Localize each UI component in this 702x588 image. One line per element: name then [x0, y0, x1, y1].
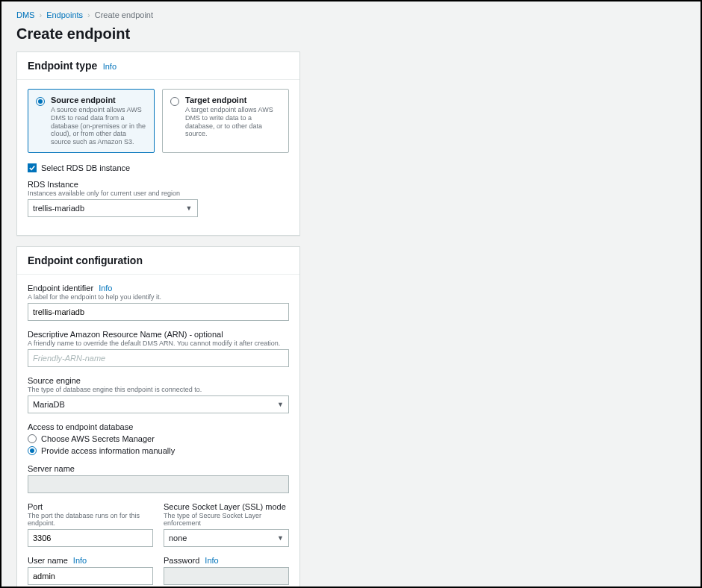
- user-input[interactable]: [28, 567, 153, 585]
- ssl-select[interactable]: none ▼: [164, 529, 289, 547]
- server-label: Server name: [28, 464, 289, 473]
- breadcrumb-dms[interactable]: DMS: [16, 10, 34, 19]
- engine-label: Source engine: [28, 376, 289, 385]
- endpoint-config-heading: Endpoint configuration: [28, 254, 143, 266]
- rds-instance-hint: Instances available only for current use…: [28, 190, 289, 197]
- arn-input[interactable]: [28, 349, 289, 367]
- endpoint-type-panel: Endpoint type Info Source endpoint A sou…: [16, 51, 300, 236]
- port-hint: The port the database runs on for this e…: [28, 512, 153, 527]
- port-label: Port: [28, 502, 153, 511]
- chevron-down-icon: ▼: [186, 204, 193, 212]
- select-rds-checkbox[interactable]: [28, 163, 37, 172]
- target-endpoint-card[interactable]: Target endpoint A target endpoint allows…: [162, 89, 289, 153]
- chevron-down-icon: ▼: [277, 534, 284, 542]
- check-icon: [29, 165, 35, 171]
- radio-icon: [28, 434, 37, 443]
- page-title: Create endpoint: [16, 25, 300, 43]
- radio-icon: [28, 446, 37, 455]
- engine-value: MariaDB: [33, 400, 65, 409]
- source-endpoint-card[interactable]: Source endpoint A source endpoint allows…: [28, 89, 155, 153]
- breadcrumb: DMS › Endpoints › Create endpoint: [16, 10, 300, 19]
- endpoint-type-heading: Endpoint type: [28, 60, 97, 72]
- access-manual-radio[interactable]: Provide access information manually: [28, 446, 289, 455]
- port-input[interactable]: [28, 529, 153, 547]
- user-label: User name: [28, 556, 68, 565]
- chevron-right-icon: ›: [39, 10, 42, 19]
- rds-instance-select[interactable]: trellis-mariadb ▼: [28, 199, 198, 217]
- engine-hint: The type of database engine this endpoin…: [28, 386, 289, 393]
- target-endpoint-title: Target endpoint: [185, 96, 281, 104]
- ssl-label: Secure Socket Layer (SSL) mode: [164, 502, 289, 511]
- source-endpoint-desc: A source endpoint allows AWS DMS to read…: [51, 106, 146, 146]
- identifier-label: Endpoint identifier: [28, 284, 93, 293]
- chevron-right-icon: ›: [87, 10, 90, 19]
- target-endpoint-desc: A target endpoint allows AWS DMS to writ…: [185, 106, 281, 138]
- radio-icon: [36, 97, 45, 106]
- identifier-input[interactable]: [28, 303, 289, 321]
- access-manual-label: Provide access information manually: [41, 446, 175, 455]
- access-secrets-label: Choose AWS Secrets Manager: [41, 434, 155, 443]
- rds-instance-value: trellis-mariadb: [33, 204, 84, 213]
- password-label: Password: [164, 556, 199, 565]
- breadcrumb-current: Create endpoint: [95, 10, 153, 19]
- info-link[interactable]: Info: [103, 62, 117, 71]
- info-link[interactable]: Info: [99, 284, 112, 293]
- rds-instance-label: RDS Instance: [28, 180, 289, 189]
- access-secrets-radio[interactable]: Choose AWS Secrets Manager: [28, 434, 289, 443]
- arn-hint: A friendly name to override the default …: [28, 340, 289, 347]
- engine-select[interactable]: MariaDB ▼: [28, 395, 289, 413]
- info-link[interactable]: Info: [205, 556, 218, 565]
- select-rds-label: Select RDS DB instance: [41, 163, 130, 172]
- arn-label: Descriptive Amazon Resource Name (ARN) -…: [28, 330, 289, 339]
- endpoint-config-panel: Endpoint configuration Endpoint identifi…: [16, 246, 300, 588]
- info-link[interactable]: Info: [73, 556, 87, 565]
- identifier-hint: A label for the endpoint to help you ide…: [28, 293, 289, 301]
- source-endpoint-title: Source endpoint: [51, 96, 146, 104]
- password-input[interactable]: [164, 567, 289, 585]
- breadcrumb-endpoints[interactable]: Endpoints: [46, 10, 83, 19]
- radio-icon: [170, 97, 179, 106]
- ssl-value: none: [169, 534, 187, 542]
- ssl-hint: The type of Secure Socket Layer enforcem…: [164, 512, 289, 527]
- chevron-down-icon: ▼: [277, 401, 284, 408]
- server-input[interactable]: [28, 475, 289, 493]
- access-label: Access to endpoint database: [28, 422, 289, 431]
